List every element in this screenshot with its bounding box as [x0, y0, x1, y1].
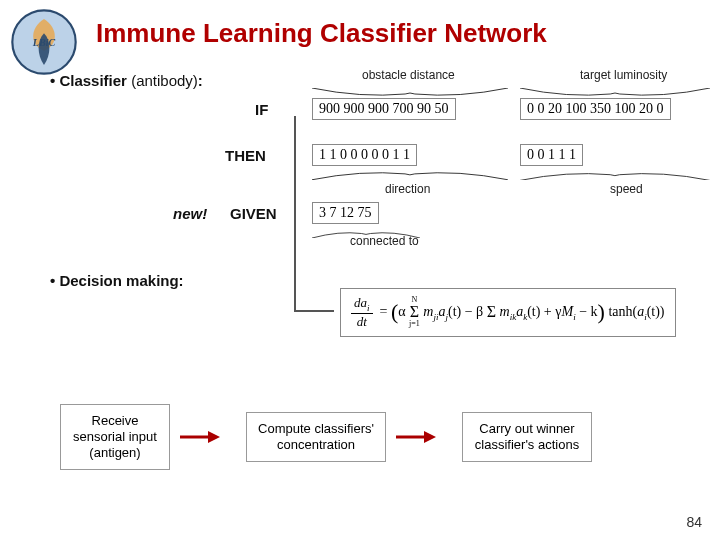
slide-title: Immune Learning Classifier Network — [96, 18, 710, 49]
annot-speed: speed — [610, 182, 643, 196]
annot-connected-to: connected to — [350, 234, 419, 248]
decision-making-bullet: • Decision making: — [50, 272, 184, 289]
svg-marker-5 — [424, 431, 436, 443]
if-row: IF 900 900 900 700 90 50 0 0 20 100 350 … — [50, 98, 700, 126]
classifier-colon: : — [198, 72, 203, 89]
given-row: new! GIVEN 3 7 12 75 connected to — [50, 202, 700, 242]
annot-obstacle-distance: obstacle distance — [362, 68, 455, 82]
new-label: new! — [173, 205, 207, 222]
connector-horizontal — [294, 310, 334, 312]
annot-direction: direction — [385, 182, 430, 196]
if-keyword: IF — [255, 101, 268, 118]
flow-box-receive: Receive sensorial input (antigen) — [60, 404, 170, 471]
then-box-direction: 1 1 0 0 0 0 0 1 1 — [312, 144, 417, 166]
then-row: THEN 1 1 0 0 0 0 0 1 1 0 0 1 1 1 directi… — [50, 144, 700, 204]
annot-target-luminosity: target luminosity — [580, 68, 667, 82]
then-keyword: THEN — [225, 147, 266, 164]
page-number: 84 — [686, 514, 702, 530]
if-box-obstacle: 900 900 900 700 90 50 — [312, 98, 456, 120]
classifier-paren: (antibody) — [127, 72, 198, 89]
svg-marker-3 — [208, 431, 220, 443]
brace-speed — [520, 166, 710, 178]
svg-text:LBiC: LBiC — [32, 37, 56, 48]
lbic-logo: LBiC — [8, 6, 80, 78]
ode-formula: daidt = (α N Σ j=1 mjiaj(t) − β Σ mikak(… — [340, 288, 676, 337]
classifier-bullet: • Classifier — [50, 72, 127, 89]
flow-box-compute: Compute classifiers' concentration — [246, 412, 386, 463]
flow-row: Receive sensorial input (antigen) Comput… — [50, 382, 700, 492]
brace-connected — [312, 224, 420, 234]
given-keyword: GIVEN — [230, 205, 277, 222]
brace-direction — [312, 166, 508, 178]
then-box-speed: 0 0 1 1 1 — [520, 144, 583, 166]
brace-target — [520, 86, 710, 98]
arrow-icon — [396, 429, 436, 445]
brace-obstacle — [312, 86, 508, 98]
if-box-target: 0 0 20 100 350 100 20 0 — [520, 98, 671, 120]
arrow-icon — [180, 429, 220, 445]
flow-box-carryout: Carry out winner classifier's actions — [462, 412, 592, 463]
given-box: 3 7 12 75 — [312, 202, 379, 224]
